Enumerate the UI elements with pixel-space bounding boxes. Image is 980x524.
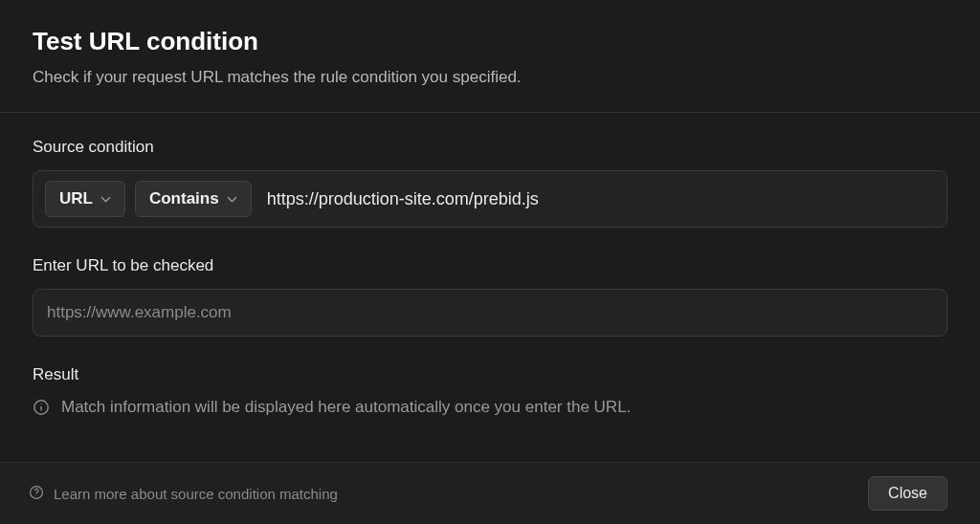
learn-more-link[interactable]: Learn more about source condition matchi… bbox=[29, 485, 338, 503]
chevron-down-icon bbox=[227, 194, 237, 205]
source-url-value: https://production-site.com/prebid.js bbox=[267, 189, 539, 209]
svg-point-2 bbox=[40, 404, 41, 404]
divider bbox=[0, 112, 980, 113]
url-type-dropdown-label: URL bbox=[59, 189, 93, 208]
enter-url-label: Enter URL to be checked bbox=[33, 256, 947, 275]
help-icon bbox=[29, 485, 44, 503]
result-placeholder-text: Match information will be displayed here… bbox=[61, 398, 631, 417]
match-type-dropdown-label: Contains bbox=[149, 189, 219, 208]
result-placeholder-row: Match information will be displayed here… bbox=[33, 398, 947, 417]
learn-more-text: Learn more about source condition matchi… bbox=[54, 486, 338, 502]
close-button[interactable]: Close bbox=[868, 476, 947, 511]
info-icon bbox=[33, 399, 50, 416]
page-subtitle: Check if your request URL matches the ru… bbox=[33, 68, 947, 87]
footer: Learn more about source condition matchi… bbox=[0, 462, 980, 524]
url-type-dropdown[interactable]: URL bbox=[45, 181, 125, 217]
url-check-input[interactable] bbox=[33, 289, 947, 337]
result-label: Result bbox=[33, 365, 947, 384]
chevron-down-icon bbox=[100, 194, 111, 205]
match-type-dropdown[interactable]: Contains bbox=[135, 181, 252, 217]
svg-point-4 bbox=[36, 494, 37, 495]
source-condition-label: Source condition bbox=[33, 138, 947, 157]
page-title: Test URL condition bbox=[33, 27, 947, 56]
source-condition-row: URL Contains https://production-site.com… bbox=[33, 170, 947, 228]
